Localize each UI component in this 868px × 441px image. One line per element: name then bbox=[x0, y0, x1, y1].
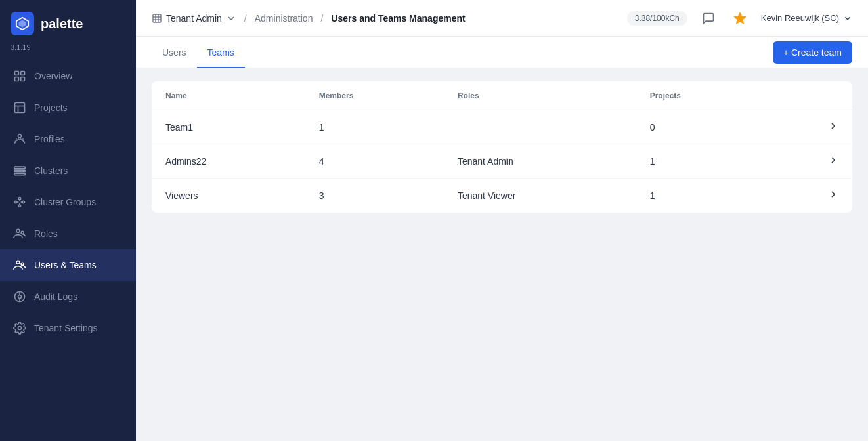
col-header-projects: Projects bbox=[637, 82, 768, 110]
svg-point-15 bbox=[18, 198, 20, 200]
team-name-cell: Viewers bbox=[152, 178, 306, 213]
svg-point-24 bbox=[16, 261, 20, 264]
usage-badge: 3.38/100kCh bbox=[627, 11, 687, 26]
svg-point-9 bbox=[18, 135, 22, 138]
team-name-cell: Admins22 bbox=[152, 144, 306, 178]
sidebar-item-overview[interactable]: Overview bbox=[0, 60, 136, 92]
chevron-down-icon bbox=[226, 13, 236, 24]
tenant-selector[interactable]: Tenant Admin bbox=[152, 13, 236, 24]
sidebar-item-label: Projects bbox=[34, 102, 68, 113]
sidebar-item-label: Roles bbox=[34, 228, 58, 239]
breadcrumb-sep: / bbox=[244, 13, 247, 24]
sidebar-item-label: Profiles bbox=[34, 134, 65, 144]
user-chevron-icon bbox=[843, 14, 852, 23]
sidebar-item-label: Audit Logs bbox=[34, 291, 77, 302]
svg-point-27 bbox=[18, 295, 22, 299]
logo-text: palette bbox=[41, 16, 83, 32]
tenant-settings-icon bbox=[13, 322, 26, 335]
sidebar-item-cluster-groups[interactable]: Cluster Groups bbox=[0, 186, 136, 218]
svg-point-14 bbox=[15, 201, 17, 203]
tab-teams[interactable]: Teams bbox=[197, 37, 245, 68]
sidebar-item-clusters[interactable]: Clusters bbox=[0, 155, 136, 186]
breadcrumb-sep2: / bbox=[320, 13, 323, 24]
tab-users[interactable]: Users bbox=[152, 37, 197, 68]
teams-table: Name Members Roles Projects Team110Admin… bbox=[152, 81, 852, 213]
svg-point-22 bbox=[16, 229, 20, 232]
projects-cell: 1 bbox=[637, 144, 768, 178]
overview-icon bbox=[13, 70, 26, 83]
profiles-icon bbox=[13, 133, 26, 146]
chevron-right-icon bbox=[828, 155, 838, 165]
sidebar-nav: Overview Projects Profiles Clusters Clus bbox=[0, 60, 136, 441]
topbar-right: 3.38/100kCh Kevin Reeuwijk (SC) bbox=[627, 8, 852, 29]
table-row[interactable]: Viewers3Tenant Viewer1 bbox=[152, 178, 852, 213]
create-team-button[interactable]: + Create team bbox=[773, 41, 852, 64]
user-name: Kevin Reeuwijk (SC) bbox=[761, 13, 839, 23]
user-menu[interactable]: Kevin Reeuwijk (SC) bbox=[761, 13, 852, 23]
sidebar-item-projects[interactable]: Projects bbox=[0, 92, 136, 123]
col-header-action bbox=[768, 82, 852, 110]
svg-point-23 bbox=[21, 231, 24, 234]
row-chevron[interactable] bbox=[768, 178, 852, 213]
roles-cell bbox=[445, 110, 637, 144]
table-row[interactable]: Team110 bbox=[152, 110, 852, 144]
svg-point-30 bbox=[18, 327, 22, 330]
roles-cell: Tenant Viewer bbox=[445, 178, 637, 213]
sidebar-item-profiles[interactable]: Profiles bbox=[0, 123, 136, 155]
sidebar-item-audit-logs[interactable]: Audit Logs bbox=[0, 281, 136, 312]
svg-rect-2 bbox=[15, 72, 19, 75]
svg-rect-13 bbox=[14, 173, 26, 175]
sidebar-item-label: Tenant Settings bbox=[34, 323, 98, 333]
main-content: Tenant Admin / Administration / Users an… bbox=[136, 0, 868, 441]
sidebar-item-users-teams[interactable]: Users & Teams bbox=[0, 249, 136, 281]
sidebar-item-roles[interactable]: Roles bbox=[0, 218, 136, 249]
chat-icon bbox=[702, 12, 715, 25]
projects-cell: 1 bbox=[637, 178, 768, 213]
topbar: Tenant Admin / Administration / Users an… bbox=[136, 0, 868, 37]
page-title: Users and Teams Management bbox=[331, 13, 465, 24]
audit-logs-icon bbox=[13, 290, 26, 303]
svg-rect-12 bbox=[14, 170, 26, 172]
projects-cell: 0 bbox=[637, 110, 768, 144]
svg-rect-5 bbox=[21, 77, 25, 81]
notifications-button[interactable] bbox=[698, 8, 719, 29]
logo-area: palette bbox=[0, 0, 136, 42]
table-header-row: Name Members Roles Projects bbox=[152, 82, 852, 110]
svg-rect-31 bbox=[153, 14, 161, 22]
star-button[interactable] bbox=[729, 8, 750, 29]
sidebar-item-label: Users & Teams bbox=[34, 260, 97, 270]
svg-point-25 bbox=[21, 262, 24, 265]
chevron-right-icon bbox=[828, 189, 838, 200]
sidebar-item-tenant-settings[interactable]: Tenant Settings bbox=[0, 312, 136, 344]
sidebar-item-label: Overview bbox=[34, 71, 72, 81]
members-cell: 1 bbox=[306, 110, 445, 144]
chevron-right-icon bbox=[828, 121, 838, 131]
tabs: Users Teams bbox=[152, 37, 245, 68]
breadcrumb-admin[interactable]: Administration bbox=[255, 13, 313, 24]
svg-rect-3 bbox=[21, 72, 25, 75]
team-name-cell: Team1 bbox=[152, 110, 306, 144]
roles-cell: Tenant Admin bbox=[445, 144, 637, 178]
cluster-groups-icon bbox=[13, 196, 26, 209]
clusters-icon bbox=[13, 164, 26, 177]
content-area: Users Teams + Create team Name Members R… bbox=[136, 37, 868, 441]
roles-icon bbox=[13, 227, 26, 240]
svg-marker-36 bbox=[734, 12, 745, 23]
svg-rect-11 bbox=[14, 167, 26, 168]
logo-icon bbox=[11, 12, 34, 35]
row-chevron[interactable] bbox=[768, 110, 852, 144]
col-header-name: Name bbox=[152, 82, 306, 110]
users-teams-icon bbox=[13, 259, 26, 272]
svg-point-17 bbox=[18, 205, 20, 207]
sidebar: palette 3.1.19 Overview Projects Profile… bbox=[0, 0, 136, 441]
col-header-members: Members bbox=[306, 82, 445, 110]
table-row[interactable]: Admins224Tenant Admin1 bbox=[152, 144, 852, 178]
svg-rect-6 bbox=[15, 103, 25, 113]
star-icon bbox=[733, 12, 747, 25]
svg-marker-1 bbox=[19, 20, 26, 28]
row-chevron[interactable] bbox=[768, 144, 852, 178]
members-cell: 3 bbox=[306, 178, 445, 213]
svg-point-16 bbox=[22, 201, 24, 203]
version-label: 3.1.19 bbox=[0, 42, 136, 60]
table-container: Name Members Roles Projects Team110Admin… bbox=[136, 68, 868, 441]
